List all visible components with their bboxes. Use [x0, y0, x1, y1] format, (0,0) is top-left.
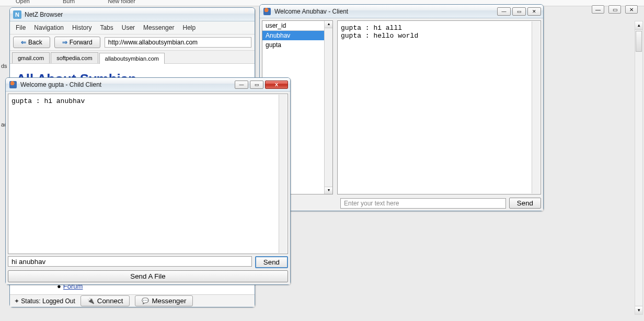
- chat-line: gupta : hello world: [341, 32, 537, 40]
- menu-messenger[interactable]: Messenger: [140, 23, 178, 32]
- forward-button[interactable]: ⇒ Forward: [54, 37, 100, 48]
- outer-close-button[interactable]: ✕: [625, 5, 638, 14]
- gupta-send-button[interactable]: Send: [255, 256, 288, 268]
- scroll-down-icon[interactable]: ▾: [325, 187, 332, 194]
- browser-titlebar[interactable]: N NetZ Browser: [10, 8, 255, 21]
- messenger-button[interactable]: 💬 Messenger: [135, 295, 193, 306]
- anubhav-maximize-button[interactable]: ▭: [512, 7, 526, 16]
- status-bar: Status: Logged Out 🔌 Connect 💬 Messenger: [10, 294, 255, 307]
- anubhav-titlebar[interactable]: Welcome Anubhav - Client — ▭ ✕: [260, 5, 543, 18]
- scroll-up-icon[interactable]: ▴: [325, 21, 332, 28]
- chat-line: gupta : hi alll: [341, 24, 537, 32]
- nav-toolbar: ⇐ Back ⇒ Forward: [10, 35, 255, 51]
- tab-softpedia[interactable]: softpedia.com: [51, 52, 98, 63]
- java-icon: [263, 7, 271, 16]
- chat-scrollbar[interactable]: [279, 95, 287, 253]
- forward-label: Forward: [70, 39, 93, 46]
- send-file-button[interactable]: Send A File: [8, 270, 288, 282]
- browser-title: NetZ Browser: [25, 11, 252, 18]
- plug-icon: 🔌: [87, 297, 95, 304]
- chat-icon: 💬: [142, 297, 149, 304]
- anubhav-minimize-button[interactable]: —: [497, 7, 511, 16]
- chat-scrollbar[interactable]: [532, 21, 540, 193]
- netz-app-icon: N: [13, 10, 21, 19]
- url-input[interactable]: [105, 37, 251, 48]
- anubhav-close-button[interactable]: ✕: [527, 7, 541, 16]
- connect-button[interactable]: 🔌 Connect: [80, 295, 130, 306]
- menu-tabs[interactable]: Tabs: [96, 23, 117, 32]
- back-label: Back: [28, 39, 42, 46]
- user-list-header: user_id: [262, 21, 332, 31]
- anubhav-message-input[interactable]: [340, 198, 506, 209]
- gupta-chat-pane: gupta : hi anubhav: [8, 94, 288, 254]
- chat-line: gupta : hi anubhav: [12, 97, 284, 105]
- gupta-maximize-button[interactable]: ▭: [250, 81, 263, 89]
- back-arrow-icon: ⇐: [21, 39, 26, 46]
- scroll-down-icon[interactable]: ▾: [635, 306, 642, 314]
- tab-strip: gmail.com softpedia.com allaboutsymbian.…: [10, 51, 255, 64]
- tab-allaboutsymbian[interactable]: allaboutsymbian.com: [99, 53, 165, 64]
- status-text: Status: Logged Out: [14, 297, 75, 305]
- gupta-close-button[interactable]: X: [265, 81, 288, 89]
- user-item-gupta[interactable]: gupta: [262, 40, 332, 50]
- gupta-titlebar[interactable]: Welcome gupta - Child Client — ▭ X: [6, 78, 290, 91]
- gupta-minimize-button[interactable]: —: [235, 81, 248, 89]
- gupta-title: Welcome gupta - Child Client: [20, 81, 235, 88]
- outer-minimize-button[interactable]: —: [592, 5, 604, 14]
- anubhav-client-window: Welcome Anubhav - Client — ▭ ✕ user_id A…: [259, 4, 544, 211]
- menu-help[interactable]: Help: [179, 23, 199, 32]
- anubhav-title: Welcome Anubhav - Client: [274, 8, 497, 15]
- java-icon: [9, 81, 17, 89]
- menubar: File Navigation History Tabs User Messen…: [10, 21, 255, 35]
- anubhav-chat-pane: gupta : hi alll gupta : hello world: [337, 20, 541, 194]
- gupta-client-window: Welcome gupta - Child Client — ▭ X gupta…: [5, 77, 291, 285]
- scroll-thumb[interactable]: [636, 31, 642, 52]
- outer-window-controls: — ▭ ✕: [592, 5, 638, 14]
- menu-history[interactable]: History: [68, 23, 95, 32]
- forward-arrow-icon: ⇒: [62, 39, 67, 46]
- user-item-anubhav[interactable]: Anubhav: [262, 31, 332, 40]
- user-list-scrollbar[interactable]: ▴ ▾: [324, 21, 332, 194]
- main-scrollbar[interactable]: ▴ ▾: [635, 21, 643, 315]
- tab-gmail[interactable]: gmail.com: [12, 52, 50, 63]
- scroll-up-icon[interactable]: ▴: [635, 21, 642, 30]
- menu-user[interactable]: User: [118, 23, 139, 32]
- back-button[interactable]: ⇐ Back: [13, 37, 50, 48]
- menu-file[interactable]: File: [12, 23, 29, 32]
- gupta-message-input[interactable]: [8, 256, 252, 267]
- anubhav-send-button[interactable]: Send: [509, 198, 541, 209]
- outer-maximize-button[interactable]: ▭: [608, 5, 621, 14]
- menu-navigation[interactable]: Navigation: [30, 23, 67, 32]
